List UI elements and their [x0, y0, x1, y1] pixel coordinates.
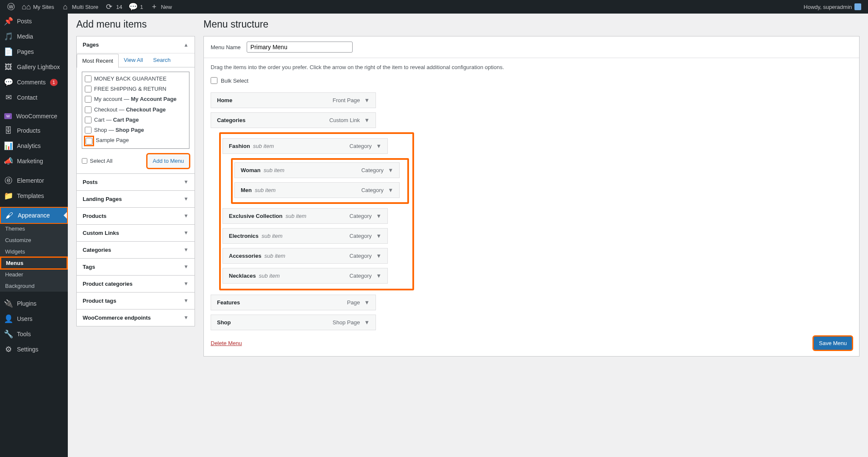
chevron-down-icon[interactable]: ▼ [364, 319, 370, 326]
pages-list[interactable]: MONEY BACK GUARANTEE FREE SHIPPING & RET… [82, 72, 189, 149]
menu-users[interactable]: 👤Users [0, 311, 68, 326]
submenu-themes[interactable]: Themes [0, 223, 68, 234]
menu-name-input[interactable] [247, 42, 353, 53]
chevron-down-icon[interactable]: ▼ [364, 117, 370, 123]
chevron-down-icon[interactable]: ▼ [376, 143, 381, 149]
submenu-menus[interactable]: Menus [1, 257, 67, 269]
wp-logo[interactable]: ⓦ [3, 0, 19, 14]
metabox-posts-toggle[interactable]: Posts▼ [77, 174, 195, 190]
menu-woocommerce[interactable]: WWooCommerce [0, 109, 68, 123]
media-icon: 🎵 [4, 32, 13, 41]
metabox-landing-toggle[interactable]: Landing Pages▼ [77, 191, 195, 207]
menu-templates[interactable]: 📁Templates [0, 188, 68, 203]
chevron-down-icon[interactable]: ▼ [376, 233, 381, 239]
menu-item-fashion[interactable]: Fashion sub item Category▼ [223, 138, 388, 154]
caret-down-icon: ▼ [184, 196, 189, 202]
chevron-down-icon[interactable]: ▼ [388, 167, 393, 173]
metabox-pages-toggle[interactable]: Pages ▲ [77, 36, 195, 53]
metabox-product-categories-toggle[interactable]: Product categories▼ [77, 276, 195, 292]
menu-analytics[interactable]: 📊Analytics [0, 138, 68, 153]
chevron-down-icon[interactable]: ▼ [364, 97, 370, 103]
submenu-background[interactable]: Background [0, 280, 68, 292]
tab-search[interactable]: Search [148, 53, 175, 67]
menu-item-accessories[interactable]: Accessories sub item Category▼ [223, 248, 388, 264]
my-sites-link[interactable]: ⌂⌂My Sites [19, 0, 58, 14]
page-row[interactable]: FREE SHIPPING & RETURN [85, 84, 186, 94]
metabox-tags-toggle[interactable]: Tags▼ [77, 259, 195, 275]
page-row[interactable]: Cart — Cart Page [85, 115, 186, 125]
page-checkbox[interactable] [85, 86, 92, 92]
menu-tools[interactable]: 🔧Tools [0, 326, 68, 342]
page-row-sample[interactable]: Sample Page [85, 135, 186, 147]
new-content-link[interactable]: +New [147, 0, 175, 14]
menu-item-woman[interactable]: Woman sub item Category▼ [234, 162, 400, 178]
bulk-select[interactable]: Bulk Select [211, 77, 248, 84]
page-checkbox[interactable] [85, 96, 92, 103]
menu-posts[interactable]: 📌Posts [0, 14, 68, 29]
pin-icon: 📌 [4, 17, 13, 25]
menu-products[interactable]: 🗄Products [0, 123, 68, 138]
menu-appearance[interactable]: 🖌Appearance [1, 208, 67, 223]
highlighted-category-children: Fashion sub item Category▼ Woman sub ite… [219, 132, 414, 290]
page-row[interactable]: Shop — Shop Page [85, 125, 186, 135]
menu-comments[interactable]: 💬Comments1 [0, 75, 68, 90]
menu-elementor[interactable]: ⓔElementor [0, 173, 68, 188]
menu-marketing[interactable]: 📣Marketing [0, 153, 68, 169]
menu-item-features[interactable]: Features Page▼ [211, 295, 376, 310]
menu-item-necklaces[interactable]: Necklaces sub item Category▼ [223, 268, 388, 284]
page-checkbox[interactable] [85, 127, 92, 134]
submenu-customize[interactable]: Customize [0, 234, 68, 246]
metabox-products-toggle[interactable]: Products▼ [77, 208, 195, 224]
tab-view-all[interactable]: View All [119, 53, 148, 67]
metabox-categories-toggle[interactable]: Categories▼ [77, 242, 195, 258]
bulk-select-checkbox[interactable] [211, 77, 217, 84]
menu-item-shop[interactable]: Shop Shop Page▼ [211, 315, 376, 330]
menu-item-men[interactable]: Men sub item Category▼ [234, 182, 400, 198]
chevron-down-icon[interactable]: ▼ [388, 187, 393, 193]
menu-item-home[interactable]: Home Front Page▼ [211, 92, 376, 108]
my-account-link[interactable]: Howdy, superadmin [800, 0, 865, 14]
metabox-woo-endpoints: WooCommerce endpoints▼ [76, 309, 195, 326]
menu-plugins[interactable]: 🔌Plugins [0, 296, 68, 311]
menu-media[interactable]: 🎵Media [0, 29, 68, 44]
chevron-down-icon[interactable]: ▼ [376, 213, 381, 219]
comment-icon: 💬 [4, 78, 13, 86]
metabox-pages: Pages ▲ Most Recent View All Search MONE… [76, 36, 195, 174]
page-row[interactable]: My account — My Account Page [85, 94, 186, 104]
page-checkbox[interactable] [85, 106, 92, 113]
menu-gallery[interactable]: 🖼Gallery Lightbox [0, 59, 68, 75]
page-row[interactable]: Checkout — Checkout Page [85, 105, 186, 115]
add-to-menu-button[interactable]: Add to Menu [147, 154, 189, 168]
menu-contact[interactable]: ✉Contact [0, 90, 68, 105]
metabox-custom-links-toggle[interactable]: Custom Links▼ [77, 225, 195, 241]
updates-link[interactable]: ⟳14 [102, 0, 125, 14]
menu-item-categories[interactable]: Categories Custom Link▼ [211, 112, 376, 128]
chevron-down-icon[interactable]: ▼ [376, 273, 381, 279]
menu-settings[interactable]: ⚙Settings [0, 342, 68, 357]
delete-menu-link[interactable]: Delete Menu [211, 340, 242, 346]
menu-item-exclusive[interactable]: Exclusive Collection sub item Category▼ [223, 208, 388, 224]
chevron-down-icon[interactable]: ▼ [364, 299, 370, 306]
metabox-landing: Landing Pages▼ [76, 190, 195, 208]
menu-item-electronics[interactable]: Electronics sub item Category▼ [223, 228, 388, 244]
submenu-header[interactable]: Header [0, 269, 68, 280]
tab-most-recent[interactable]: Most Recent [77, 54, 119, 68]
select-all[interactable]: Select All [82, 158, 112, 164]
submenu-widgets[interactable]: Widgets [0, 246, 68, 257]
menu-pages[interactable]: 📄Pages [0, 44, 68, 59]
page-row[interactable]: MONEY BACK GUARANTEE [85, 74, 186, 84]
page-checkbox[interactable] [85, 75, 92, 82]
site-name-link[interactable]: ⌂Multi Store [58, 0, 102, 14]
select-all-checkbox[interactable] [82, 158, 87, 164]
metabox-woo-endpoints-toggle[interactable]: WooCommerce endpoints▼ [77, 309, 195, 326]
chevron-down-icon[interactable]: ▼ [376, 253, 381, 259]
admin-menu: 📌Posts 🎵Media 📄Pages 🖼Gallery Lightbox 💬… [0, 14, 68, 457]
page-checkbox[interactable] [85, 117, 92, 123]
metabox-product-tags-toggle[interactable]: Product tags▼ [77, 293, 195, 309]
save-menu-button[interactable]: Save Menu [813, 336, 852, 350]
caret-down-icon: ▼ [184, 247, 189, 253]
page-checkbox-sample[interactable] [86, 138, 92, 145]
comments-badge: 1 [50, 79, 58, 86]
comments-link[interactable]: 💬1 [125, 0, 146, 14]
comments-count: 1 [140, 4, 143, 10]
